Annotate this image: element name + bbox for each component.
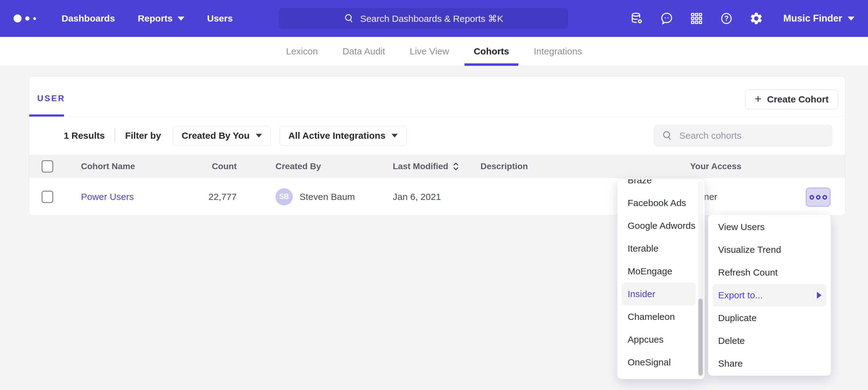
tab-lexicon-label: Lexicon	[286, 46, 318, 57]
menu-item-export-to-label: Export to...	[718, 290, 763, 300]
cohort-table-row[interactable]: Power Users 22,777 SB Steven Baum Jan 6,…	[29, 178, 845, 215]
tab-cohorts[interactable]: Cohorts	[461, 37, 521, 66]
submenu-item-moengage[interactable]: MoEngage	[617, 260, 696, 283]
cohort-type-tabs: USER + Create Cohort	[29, 76, 845, 117]
nav-reports-label: Reports	[137, 13, 173, 24]
cohorts-page: USER + Create Cohort 1 Results Filter by…	[0, 66, 868, 390]
row-context-menu: View Users Visualize Trend Refresh Count…	[708, 214, 831, 376]
submenu-item-google-adwords[interactable]: Google Adwords	[617, 215, 696, 237]
nav-users[interactable]: Users	[207, 13, 233, 24]
chevron-down-icon	[256, 134, 262, 137]
menu-item-delete[interactable]: Delete	[708, 329, 831, 352]
project-name: Music Finder	[783, 13, 842, 24]
filter-by-label: Filter by	[125, 130, 161, 141]
logo-dot-small	[33, 17, 36, 20]
create-cohort-label: Create Cohort	[767, 94, 829, 105]
nav-reports[interactable]: Reports	[137, 13, 184, 24]
chevron-down-icon	[392, 134, 398, 137]
header-last-modified[interactable]: Last Modified	[393, 155, 460, 178]
app-logo[interactable]	[13, 14, 51, 23]
tab-live-view[interactable]: Live View	[397, 37, 461, 66]
export-destination-list: Braze Facebook Ads Google Adwords Iterab…	[617, 179, 696, 374]
submenu-item-onesignal[interactable]: OneSignal	[617, 351, 696, 374]
settings-gear-icon[interactable]	[749, 11, 763, 26]
select-all-checkbox[interactable]	[41, 160, 53, 172]
ellipsis-dot	[816, 195, 820, 200]
project-switcher[interactable]: Music Finder	[783, 13, 855, 24]
cohort-count: 22,777	[177, 178, 237, 215]
submenu-scrollbar-track[interactable]	[698, 181, 703, 377]
nav-users-label: Users	[207, 13, 233, 24]
top-navigation-bar: Dashboards Reports Users Search Dashboar…	[0, 0, 868, 37]
svg-text:?: ?	[724, 14, 728, 23]
logo-dot-large	[13, 14, 22, 23]
export-destination-submenu: Braze Facebook Ads Google Adwords Iterab…	[617, 179, 705, 379]
header-description: Description	[480, 155, 528, 178]
divider	[115, 129, 115, 143]
tab-integrations-label: Integrations	[534, 46, 582, 57]
header-last-modified-label: Last Modified	[393, 161, 448, 171]
menu-item-visualize-trend[interactable]: Visualize Trend	[708, 238, 831, 261]
tab-cohorts-label: Cohorts	[474, 46, 509, 57]
help-icon[interactable]: ?	[719, 11, 734, 26]
menu-item-duplicate[interactable]: Duplicate	[708, 307, 831, 329]
search-icon	[343, 13, 354, 24]
global-search-placeholder: Search Dashboards & Reports ⌘K	[360, 13, 503, 24]
submenu-item-appcues[interactable]: Appcues	[617, 328, 696, 351]
header-count: Count	[177, 155, 237, 178]
menu-item-refresh-count[interactable]: Refresh Count	[708, 261, 831, 284]
submenu-item-iterable[interactable]: Iterable	[617, 237, 696, 260]
submenu-arrow-icon	[817, 292, 822, 299]
cohort-name-link[interactable]: Power Users	[81, 192, 134, 202]
integrations-filter-value: All Active Integrations	[288, 130, 386, 141]
active-tab-underline	[29, 115, 64, 117]
primary-nav: Dashboards Reports Users	[62, 13, 233, 24]
cohort-search-box[interactable]	[653, 125, 833, 147]
created-by-filter-dropdown[interactable]: Created By You	[173, 126, 271, 145]
submenu-item-braze[interactable]: Braze	[617, 179, 696, 192]
menu-item-view-users[interactable]: View Users	[708, 216, 831, 238]
search-icon	[661, 130, 673, 141]
results-count: 1 Results	[64, 130, 105, 141]
create-cohort-button[interactable]: + Create Cohort	[745, 90, 838, 109]
chevron-down-icon	[178, 17, 184, 21]
ellipsis-dot	[809, 195, 814, 200]
tab-user-cohorts[interactable]: USER	[37, 94, 65, 103]
section-tabs: Lexicon Data Audit Live View Cohorts Int…	[0, 37, 868, 66]
row-checkbox[interactable]	[41, 191, 53, 203]
submenu-item-insider[interactable]: Insider	[622, 283, 696, 305]
tab-data-audit-label: Data Audit	[343, 46, 385, 57]
tab-live-view-label: Live View	[410, 46, 449, 57]
created-by-filter-value: Created By You	[182, 130, 250, 141]
nav-dashboards-label: Dashboards	[62, 13, 115, 24]
header-cohort-name: Cohort Name	[81, 155, 135, 178]
cohort-last-modified: Jan 6, 2021	[393, 178, 441, 215]
tab-integrations[interactable]: Integrations	[521, 37, 594, 66]
menu-item-export-to[interactable]: Export to...	[713, 284, 827, 307]
feedback-bubble-icon[interactable]	[660, 11, 674, 26]
tab-data-audit[interactable]: Data Audit	[330, 37, 397, 66]
topbar-utility-icons: ? Music Finder	[630, 11, 855, 26]
tab-lexicon[interactable]: Lexicon	[274, 37, 330, 66]
menu-item-share[interactable]: Share	[708, 352, 831, 375]
submenu-item-chameleon[interactable]: Chameleon	[617, 305, 696, 328]
row-overflow-menu-button[interactable]	[806, 188, 831, 207]
avatar: SB	[276, 188, 293, 205]
cohort-created-by: SB Steven Baum	[276, 178, 355, 215]
submenu-scrollbar-thumb[interactable]	[699, 299, 703, 376]
data-management-icon[interactable]	[630, 11, 644, 26]
creator-name: Steven Baum	[300, 192, 355, 202]
nav-dashboards[interactable]: Dashboards	[62, 13, 115, 24]
logo-dot-medium	[25, 16, 30, 21]
filter-toolbar: 1 Results Filter by Created By You All A…	[29, 117, 845, 155]
cohorts-card: USER + Create Cohort 1 Results Filter by…	[29, 76, 845, 215]
plus-icon: +	[755, 93, 762, 105]
ellipsis-dot	[823, 195, 827, 200]
global-search-bar[interactable]: Search Dashboards & Reports ⌘K	[279, 8, 568, 29]
apps-grid-icon[interactable]	[689, 11, 704, 26]
header-created-by: Created By	[276, 155, 321, 178]
sort-icon[interactable]	[452, 161, 460, 171]
integrations-filter-dropdown[interactable]: All Active Integrations	[279, 126, 407, 145]
submenu-item-facebook-ads[interactable]: Facebook Ads	[617, 192, 696, 215]
cohort-search-input[interactable]	[679, 130, 825, 141]
